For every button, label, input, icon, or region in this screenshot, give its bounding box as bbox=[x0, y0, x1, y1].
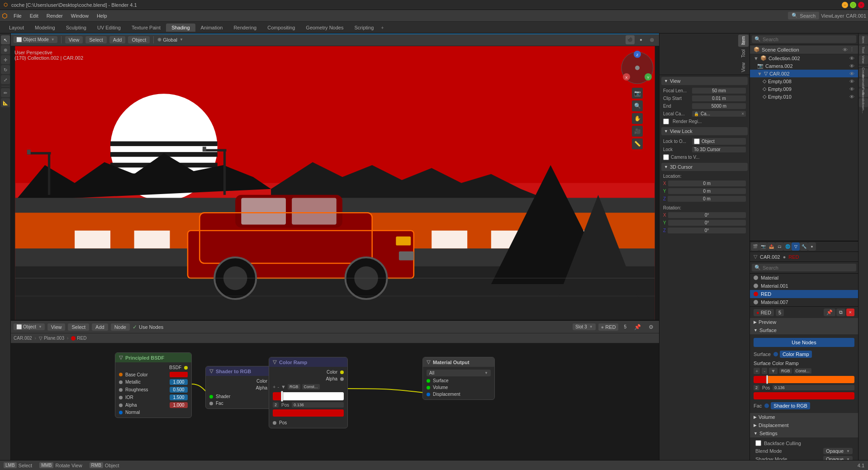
cr-checkbox[interactable]: ▽ bbox=[273, 359, 276, 365]
mat-duplicate-button[interactable]: ⧉ bbox=[836, 309, 845, 316]
node-view-menu[interactable]: View bbox=[47, 323, 66, 331]
mo-all-dropdown[interactable]: All ▼ bbox=[423, 369, 494, 377]
outliner-item-car[interactable]: ▼ ▽ CAR.002 👁 bbox=[750, 70, 858, 77]
slot-dropdown[interactable]: Slot 3 ▼ bbox=[573, 323, 596, 330]
tab-scripting[interactable]: Scripting bbox=[349, 24, 379, 32]
collection-eye-icon[interactable]: 👁 bbox=[849, 56, 854, 61]
viewport-render-rendered[interactable]: ◎ bbox=[647, 35, 656, 44]
cursor-rz-value[interactable]: 0° bbox=[668, 228, 746, 233]
prop-scene-icon[interactable]: 🎬 bbox=[751, 242, 759, 251]
outliner-item-empty010[interactable]: ◇ Empty.010 👁 bbox=[750, 93, 858, 100]
preview-header[interactable]: ▶ Preview bbox=[750, 318, 858, 326]
viewport-render-solid[interactable]: ⚫ bbox=[626, 35, 635, 44]
view-lock-header[interactable]: ▼ View Lock bbox=[661, 127, 748, 135]
roughness-value[interactable]: 0.500 bbox=[170, 387, 188, 393]
tool-scale[interactable]: ⤢ bbox=[1, 75, 10, 84]
material-id-selector[interactable]: ● RED bbox=[754, 309, 774, 316]
prop-object-icon[interactable]: ▽ bbox=[792, 242, 800, 251]
mat-remove-button[interactable]: × bbox=[846, 309, 854, 316]
clip-start-value[interactable]: 0.01 m bbox=[692, 95, 746, 101]
zoom-in-icon[interactable]: 🔍 bbox=[632, 100, 643, 111]
node-select-menu[interactable]: Select bbox=[68, 323, 89, 331]
cr-dropdown-btn[interactable]: ▼ bbox=[281, 384, 286, 389]
material-selector[interactable]: ● RED bbox=[598, 323, 619, 331]
menu-window[interactable]: Window bbox=[67, 12, 92, 19]
menu-edit[interactable]: Edit bbox=[26, 12, 42, 19]
use-nodes-toggle[interactable]: ✓ Use Nodes bbox=[133, 324, 163, 330]
view-menu[interactable]: View bbox=[65, 36, 83, 43]
str-checkbox[interactable]: ▽ bbox=[209, 368, 213, 374]
use-nodes-button[interactable]: Use Nodes bbox=[754, 338, 854, 347]
surface-shader-name[interactable]: Color Ramp bbox=[780, 351, 812, 358]
cr-props-remove[interactable]: - bbox=[762, 368, 767, 374]
fac-shader-name[interactable]: Shader to RGB bbox=[771, 402, 810, 409]
tab-uv-editing[interactable]: UV Editing bbox=[92, 24, 126, 32]
alpha-value[interactable]: 1.000 bbox=[170, 402, 188, 408]
mo-all-select[interactable]: All ▼ bbox=[427, 370, 491, 376]
tab-rendering[interactable]: Rendering bbox=[228, 24, 262, 32]
tab-geometry-nodes[interactable]: Geometry Nodes bbox=[300, 24, 349, 32]
principled-checkbox[interactable]: ▽ bbox=[119, 355, 123, 361]
cr-handle[interactable] bbox=[281, 391, 283, 402]
outliner-eye-icon[interactable]: 👁 bbox=[843, 47, 848, 52]
cursor-3d-header[interactable]: ▼ 3D Cursor bbox=[661, 163, 748, 171]
tab-modeling[interactable]: Modeling bbox=[29, 24, 61, 32]
empty008-eye-icon[interactable]: 👁 bbox=[849, 79, 854, 84]
outliner-item-empty008[interactable]: ◇ Empty.008 👁 bbox=[750, 77, 858, 85]
tab-compositing[interactable]: Compositing bbox=[262, 24, 300, 32]
tool-rotate[interactable]: ↻ bbox=[1, 65, 10, 74]
search-button[interactable]: 🔍 Search bbox=[788, 12, 819, 19]
menu-render[interactable]: Render bbox=[43, 12, 66, 19]
tool-cursor[interactable]: ⊕ bbox=[1, 45, 10, 54]
node-mode-dropdown[interactable]: ⬜ Object ▼ bbox=[14, 323, 45, 330]
tool-measure[interactable]: 📐 bbox=[1, 98, 10, 107]
node-settings-icon[interactable]: ⚙ bbox=[645, 322, 656, 332]
node-canvas[interactable]: ▽ Principled BSDF BSDF Base Color bbox=[11, 343, 659, 460]
tab-texture-paint[interactable]: Texture Paint bbox=[126, 24, 166, 32]
empty010-eye-icon[interactable]: 👁 bbox=[849, 94, 854, 100]
cr-stops[interactable]: 2 bbox=[273, 402, 279, 408]
focal-len-value[interactable]: 50 mm bbox=[692, 88, 746, 94]
cr-type[interactable]: RGB bbox=[288, 384, 300, 389]
prop-render-icon[interactable]: 📷 bbox=[759, 242, 767, 251]
menu-file[interactable]: File bbox=[10, 12, 25, 19]
mat-search-input[interactable] bbox=[763, 265, 854, 271]
n-panel-tab-view[interactable]: View bbox=[738, 61, 749, 74]
cr-add-btn[interactable]: + bbox=[273, 384, 275, 389]
select-menu[interactable]: Select bbox=[85, 36, 107, 43]
n-panel-tab-item[interactable]: Item bbox=[738, 34, 749, 47]
view-section-header[interactable]: ▼ View bbox=[661, 77, 748, 85]
cr-props-type[interactable]: RGB bbox=[779, 368, 792, 374]
mat-pin-button[interactable]: 📌 bbox=[824, 309, 835, 316]
outliner-item-camera[interactable]: 📷 Camera.002 👁 bbox=[750, 62, 858, 70]
object-mode-dropdown[interactable]: ⬜ Object Mode ▼ bbox=[14, 36, 57, 43]
empty009-eye-icon[interactable]: 👁 bbox=[849, 86, 854, 92]
cr-pos-value[interactable]: 0.136 bbox=[292, 402, 344, 408]
cursor-ry-value[interactable]: 0° bbox=[668, 220, 746, 226]
sidebar-icon-bdown[interactable]: Breakdown... bbox=[859, 98, 868, 107]
blend-mode-value[interactable]: Opaque ▼ bbox=[823, 448, 853, 454]
prop-world-icon[interactable]: 🌐 bbox=[783, 242, 792, 251]
close-ca-icon[interactable]: × bbox=[741, 111, 744, 116]
zoom-camera-icon[interactable]: 📷 bbox=[632, 88, 643, 99]
cr-props-add[interactable]: + bbox=[754, 368, 760, 374]
color-ramp-node[interactable]: ▽ Color Ramp Color Alpha bbox=[269, 357, 348, 428]
close-button[interactable]: × bbox=[858, 2, 864, 8]
sidebar-icon-view[interactable]: View bbox=[859, 55, 868, 64]
cr-props-pos-value[interactable]: 0.136 bbox=[773, 385, 854, 390]
cr-props-dropdown[interactable]: ▼ bbox=[769, 368, 778, 374]
mo-checkbox[interactable]: ▽ bbox=[427, 359, 430, 365]
cursor-x-value[interactable]: 0 m bbox=[668, 180, 746, 186]
tool-move[interactable]: ✛ bbox=[1, 55, 10, 64]
n-panel-tab-tool[interactable]: Tool bbox=[738, 47, 749, 59]
mat-red[interactable]: RED bbox=[750, 290, 858, 298]
render-regi-checkbox[interactable] bbox=[663, 119, 669, 124]
shader-to-rgb-node[interactable]: ▽ Shader to RGB Color Alpha bbox=[205, 366, 278, 409]
add-menu[interactable]: Add bbox=[109, 36, 126, 43]
sidebar-icon-anim[interactable]: Animation bbox=[859, 78, 868, 87]
cursor-z-value[interactable]: 0 m bbox=[668, 196, 746, 202]
lock-to-checkbox[interactable] bbox=[694, 138, 700, 144]
prop-material-icon[interactable]: ● bbox=[808, 242, 816, 251]
surface-header[interactable]: ▼ Surface bbox=[750, 326, 858, 334]
shadow-mode-value[interactable]: Opaque ▼ bbox=[823, 456, 853, 460]
